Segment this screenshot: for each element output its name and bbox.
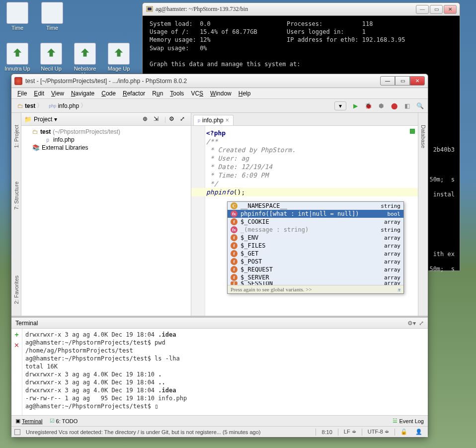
autocomplete-item[interactable]: fxphpinfo([what : int|null = null])bool: [228, 210, 403, 218]
gear-icon[interactable]: ⚙▾: [407, 320, 416, 327]
autocomplete-item[interactable]: f$_COOKIEarray: [228, 218, 403, 226]
search-icon[interactable]: 🔍: [416, 102, 424, 110]
tool-favorites[interactable]: 2: Favorites: [13, 273, 19, 306]
desktop-icon[interactable]: Innutra Up: [3, 43, 32, 78]
tool-terminal[interactable]: ▣ Terminal: [15, 418, 43, 424]
close-button[interactable]: ✕: [410, 76, 425, 86]
hide-icon[interactable]: ⤢: [180, 115, 188, 123]
hide-icon[interactable]: ⤢: [419, 320, 424, 327]
menu-edit[interactable]: Edit: [31, 89, 47, 98]
tool-structure[interactable]: 7: Structure: [13, 179, 19, 212]
menu-run[interactable]: Run: [149, 89, 166, 98]
collapse-icon[interactable]: ⇲: [154, 115, 161, 123]
todo-icon: ☑: [50, 418, 55, 424]
autocomplete-item[interactable]: f$_FILESarray: [228, 242, 403, 250]
putty-terminal-body[interactable]: System load: 0.0Processes: 118 Usage of …: [143, 16, 460, 72]
autocomplete-item[interactable]: f$_SERVERarray: [228, 273, 403, 281]
status-position[interactable]: 8:10: [319, 429, 334, 436]
autocomplete-item[interactable]: C__NAMESPACE__string: [228, 202, 403, 210]
scroll-to-icon[interactable]: ⊕: [143, 115, 151, 123]
project-pane-title[interactable]: 📁 Project ▾: [24, 116, 140, 123]
autocomplete-item[interactable]: f$_GETarray: [228, 250, 403, 258]
breadcrumb-file[interactable]: php info.php: [47, 100, 88, 111]
stop-button[interactable]: ◧: [403, 102, 411, 110]
event-log[interactable]: ☱ Event Log: [393, 418, 424, 424]
menu-window[interactable]: Window: [207, 89, 235, 98]
kind-icon: f: [231, 218, 238, 225]
autocomplete-footer: Press again to see global variants. >>π: [228, 285, 403, 293]
close-button[interactable]: ✕: [444, 5, 457, 14]
desktop-icon[interactable]: Mage Up: [104, 43, 133, 78]
status-encoding[interactable]: UTF-8 ≑: [365, 428, 392, 436]
menu-help[interactable]: Help: [236, 89, 254, 98]
kind-icon: f: [231, 258, 238, 265]
status-lock-icon[interactable]: 🔓: [398, 428, 410, 436]
kind-icon: f: [231, 234, 238, 241]
project-root-node[interactable]: 🗀 test (~/PhpstormProjects/test): [21, 128, 191, 136]
run-button[interactable]: ▶: [351, 102, 359, 110]
coverage-button[interactable]: ⬢: [377, 102, 385, 110]
code-editor[interactable]: <?php /** * Created by PhpStorm. * User:…: [191, 126, 418, 316]
run-config-dropdown[interactable]: ▾: [334, 101, 346, 110]
autocomplete-item[interactable]: f$_SESSIONarray: [228, 281, 403, 285]
php-icon: p: [198, 118, 200, 123]
desktop-icon[interactable]: Time: [3, 2, 32, 31]
ide-titlebar[interactable]: test - [~/PhpstormProjects/test] - .../i…: [11, 74, 428, 88]
desktop-icon[interactable]: Time: [38, 2, 67, 31]
status-toggle-icon[interactable]: [14, 429, 20, 435]
terminal-body[interactable]: drwxrwxr-x 3 ag ag 4.0K Dec 19 18:04 .id…: [22, 329, 428, 415]
terminal-icon: ▣: [15, 418, 20, 424]
code-content: <?php /** * Created by PhpStorm. * User:…: [206, 129, 415, 196]
autocomplete-item[interactable]: f$_REQUESTarray: [228, 266, 403, 273]
debug-button[interactable]: 🐞: [364, 102, 372, 110]
folder-icon: 🗀: [17, 102, 23, 109]
desktop-icon-label: Innutra Up: [4, 66, 30, 72]
desktop-icon-label: Mage Up: [108, 66, 130, 72]
breadcrumb-project[interactable]: 🗀 test: [15, 100, 45, 111]
autocomplete-item[interactable]: fx_(message : string)string: [228, 226, 403, 234]
close-session-icon[interactable]: ✕: [14, 342, 19, 349]
minimize-button[interactable]: —: [416, 5, 429, 14]
autocomplete-item[interactable]: f$_ENVarray: [228, 234, 403, 242]
desktop-icon[interactable]: Necil Up: [37, 43, 66, 78]
left-sidebar-rail: 1: Project 7: Structure 2: Favorites: [11, 113, 21, 316]
putty-titlebar[interactable]: ag@hamster: ~/PhpStorm-139.732/bin — ▭ ✕: [143, 3, 460, 16]
status-line-ending[interactable]: LF ≑: [341, 428, 359, 436]
maximize-button[interactable]: ▭: [395, 76, 410, 86]
editor-tabs: pinfo.php ×: [191, 113, 418, 126]
listen-button[interactable]: ⬤: [390, 102, 398, 110]
menu-file[interactable]: File: [14, 89, 30, 98]
tool-todo[interactable]: ☑ 6: TODO: [50, 418, 78, 424]
gear-icon[interactable]: ⚙: [169, 115, 177, 123]
status-hector-icon[interactable]: 👤: [413, 428, 425, 436]
menu-vcs[interactable]: VCS: [188, 89, 206, 98]
desktop-icon[interactable]: Nebstore Up: [71, 43, 99, 78]
php-icon: p: [44, 136, 51, 143]
menu-navigate[interactable]: Navigate: [68, 89, 97, 98]
new-session-icon[interactable]: +: [14, 331, 18, 339]
external-libraries-node[interactable]: 📚 External Libraries: [21, 144, 191, 152]
kind-icon: fx: [231, 210, 238, 217]
tool-database[interactable]: Database: [420, 123, 426, 150]
menu-tools[interactable]: Tools: [167, 89, 187, 98]
svg-rect-1: [148, 7, 152, 10]
folder-icon: 🗀: [32, 128, 38, 135]
tool-project[interactable]: 1: Project: [13, 123, 19, 150]
project-icon: 📁: [24, 116, 32, 123]
maximize-button[interactable]: ▭: [430, 5, 443, 14]
close-tab-icon[interactable]: ×: [226, 117, 229, 124]
status-message[interactable]: Unregistered Vcs root detected: The dire…: [23, 429, 313, 436]
editor-tab[interactable]: pinfo.php ×: [193, 115, 234, 125]
kind-icon: f: [231, 274, 238, 281]
putty-title: ag@hamster: ~/PhpStorm-139.732/bin: [156, 5, 416, 13]
minimize-button[interactable]: —: [380, 76, 395, 86]
menu-view[interactable]: View: [48, 89, 67, 98]
menu-code[interactable]: Code: [98, 89, 119, 98]
autocomplete-item[interactable]: f$_POSTarray: [228, 258, 403, 266]
menubar: File Edit View Navigate Code Refactor Ru…: [11, 88, 428, 99]
menu-refactor[interactable]: Refactor: [120, 89, 148, 98]
project-file-node[interactable]: p info.php: [21, 136, 191, 144]
toolbar: 🗀 test php info.php ▾ ▶ 🐞 ⬢ ⬤ ◧ 🔍: [11, 99, 428, 113]
desktop-icon-label: Necil Up: [41, 66, 62, 72]
terminal-title: Terminal: [15, 320, 407, 327]
